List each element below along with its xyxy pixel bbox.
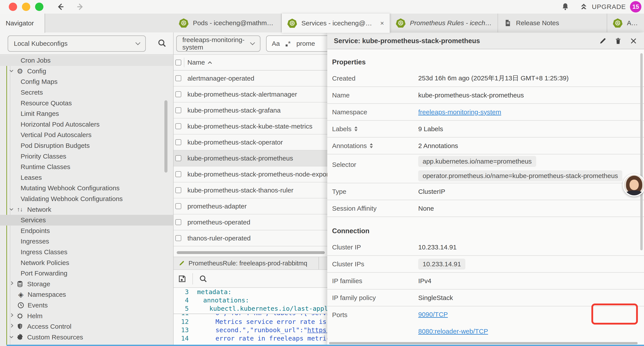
port-link-8080-reloader-web-TCP[interactable]: 8080:reloader-web/TCP (418, 328, 488, 335)
table-row-prometheus-adapter[interactable]: prometheus-adapter (174, 198, 327, 214)
kubeconfig-selector[interactable]: Local Kubeconfigs (8, 35, 146, 52)
row-checkbox[interactable] (175, 139, 181, 145)
row-checkbox[interactable] (175, 91, 181, 97)
sidebar-item-custom-resources[interactable]: Custom Resources (0, 332, 173, 343)
table-row-kube-prometheus-stack-kube-state-metrics[interactable]: kube-prometheus-stack-kube-state-metrics (174, 118, 327, 134)
table-row-kube-prometheus-stack-prometheus-node-expor[interactable]: kube-prometheus-stack-prometheus-node-ex… (174, 166, 327, 182)
tab-release-notes[interactable]: Release Notes (498, 13, 607, 32)
match-case-icon[interactable]: Aa (272, 40, 280, 47)
namespace-selector[interactable]: freeleaps-monitoring-system (176, 35, 260, 52)
delete-trash-icon[interactable] (614, 37, 622, 45)
chevron-right-icon[interactable] (10, 313, 13, 317)
forward-button[interactable] (74, 2, 86, 12)
row-checkbox[interactable] (175, 203, 181, 209)
sidebar-item-leases[interactable]: Leases (0, 172, 173, 183)
tab-argo[interactable]: Argo Se (607, 13, 644, 32)
namespace-link[interactable]: freeleaps-monitoring-system (418, 108, 501, 116)
table-row-kube-prometheus-stack-alertmanager[interactable]: kube-prometheus-stack-alertmanager (174, 86, 327, 102)
port-link-9090-TCP[interactable]: 9090/TCP (418, 311, 448, 318)
sort-toggle-icon[interactable] (370, 143, 373, 148)
sort-toggle-icon[interactable] (354, 126, 358, 131)
code-link[interactable]: https://net (307, 326, 327, 334)
sidebar-item-port-forwarding[interactable]: Port Forwarding (0, 268, 173, 279)
list-horizontal-scrollbar[interactable] (177, 251, 325, 254)
sidebar-item-mutating-webhook-configurations[interactable]: Mutating Webhook Configurations (0, 183, 173, 194)
row-checkbox[interactable] (175, 219, 181, 225)
notifications-bell-icon[interactable] (561, 2, 570, 11)
row-checkbox[interactable] (175, 171, 181, 177)
upgrade-button[interactable]: UPGRADE (579, 2, 626, 11)
chevron-down-icon[interactable] (10, 68, 13, 72)
editor-tab-next[interactable] (319, 257, 327, 269)
sidebar-scrollbar[interactable] (164, 100, 168, 173)
sidebar-item-config[interactable]: ⚙Config (0, 66, 173, 77)
sidebar-item-helm[interactable]: Helm (0, 311, 173, 321)
yaml-editor[interactable]: 3metadata:4annotations:5kubectl.kubernet… (174, 287, 327, 346)
sidebar-item-priority-classes[interactable]: Priority Classes (0, 151, 173, 162)
sidebar-item-storage[interactable]: Storage (0, 279, 173, 289)
edit-pencil-icon[interactable] (599, 37, 607, 45)
sidebar-item-endpoints[interactable]: Endpoints (0, 226, 173, 236)
row-checkbox[interactable] (175, 187, 181, 193)
chevron-right-icon[interactable] (10, 324, 13, 328)
chevron-right-icon[interactable] (10, 281, 13, 285)
row-checkbox[interactable] (175, 123, 181, 129)
table-row-kube-prometheus-stack-operator[interactable]: kube-prometheus-stack-operator (174, 134, 327, 150)
chevron-down-icon[interactable] (10, 207, 13, 210)
gears-icon: ⚙ (16, 68, 24, 75)
sidebar-item-events[interactable]: Events (0, 300, 173, 311)
regex-icon[interactable]: * (286, 40, 291, 48)
table-row-alertmanager-operated[interactable]: alertmanager-operated (174, 70, 327, 86)
sidebar-item-pod-disruption-budgets[interactable]: Pod Disruption Budgets (0, 140, 173, 151)
table-row-kube-prometheus-stack-prometheus[interactable]: kube-prometheus-stack-prometheus (174, 150, 327, 166)
table-row-thanos-ruler-operated[interactable]: thanos-ruler-operated (174, 230, 327, 246)
close-icon[interactable] (630, 37, 638, 45)
maximize-window-button[interactable] (35, 3, 44, 11)
column-header-name[interactable]: Name (188, 59, 211, 66)
sidebar-item-config-maps[interactable]: Config Maps (0, 76, 173, 87)
editor-search-icon[interactable] (198, 274, 208, 283)
minimize-window-button[interactable] (22, 3, 30, 11)
back-button[interactable] (55, 2, 66, 12)
tab-prometheus-rules[interactable]: Prometheus Rules - icecheng... (390, 13, 498, 32)
notification-count-badge[interactable]: 15 (630, 1, 641, 12)
sidebar-item-resource-quotas[interactable]: Resource Quotas (0, 98, 173, 108)
avatar[interactable] (623, 174, 644, 196)
row-checkbox[interactable] (175, 235, 181, 241)
tab-services[interactable]: Services - icecheng@math... × (282, 13, 390, 33)
sidebar-item-network-policies[interactable]: Network Policies (0, 257, 173, 268)
save-icon[interactable] (178, 274, 187, 283)
sidebar-item-services[interactable]: Services (0, 215, 173, 226)
sidebar-item-ingresses[interactable]: Ingresses (0, 236, 173, 247)
sidebar-item-vertical-pod-autoscalers[interactable]: Vertical Pod Autoscalers (0, 130, 173, 140)
sidebar-item-runtime-classes[interactable]: Runtime Classes (0, 162, 173, 172)
table-row-prometheus-operated[interactable]: prometheus-operated (174, 214, 327, 230)
sidebar-item-validating-webhook-configurations[interactable]: Validating Webhook Configurations (0, 194, 173, 204)
tab-close-icon[interactable]: × (380, 19, 384, 27)
resource-search-input[interactable]: Aa * prome (266, 35, 327, 52)
kubernetes-icon (396, 18, 406, 27)
sidebar-item-label: Secrets (20, 89, 43, 96)
tab-pods[interactable]: Pods - icecheng@mathmas... (173, 13, 282, 32)
sidebar-item-limit-ranges[interactable]: Limit Ranges (0, 108, 173, 119)
sidebar-item-cron-jobs[interactable]: Cron Jobs (0, 55, 173, 66)
chevron-down-icon[interactable] (10, 335, 13, 338)
row-checkbox[interactable] (175, 155, 181, 161)
select-all-checkbox[interactable] (175, 59, 181, 65)
sidebar-item-ingress-classes[interactable]: Ingress Classes (0, 247, 173, 258)
sidebar-item-namespaces[interactable]: ◈Namespaces (0, 289, 173, 300)
sidebar-item-access-control[interactable]: Access Control (0, 321, 173, 332)
sidebar-item-horizontal-pod-autoscalers[interactable]: Horizontal Pod Autoscalers (0, 119, 173, 130)
detail-scrollbar[interactable] (640, 53, 643, 250)
sidebar-item-secrets[interactable]: Secrets (0, 87, 173, 98)
table-row-kube-prometheus-stack-grafana[interactable]: kube-prometheus-stack-grafana (174, 102, 327, 118)
row-checkbox[interactable] (175, 107, 181, 113)
table-row-kube-prometheus-stack-thanos-ruler[interactable]: kube-prometheus-stack-thanos-ruler (174, 182, 327, 198)
editor-tab-prometheusrule[interactable]: PrometheusRule: freeleaps-prod-rabbitmq (174, 257, 319, 269)
sidebar-search-button[interactable] (157, 38, 167, 48)
detail-horizontal-scrollbar[interactable] (329, 342, 638, 344)
row-checkbox[interactable] (175, 75, 181, 81)
tab-navigator[interactable]: Navigator (0, 13, 45, 33)
close-window-button[interactable] (9, 3, 17, 11)
sidebar-item-network[interactable]: ↑↓Network (0, 204, 173, 215)
